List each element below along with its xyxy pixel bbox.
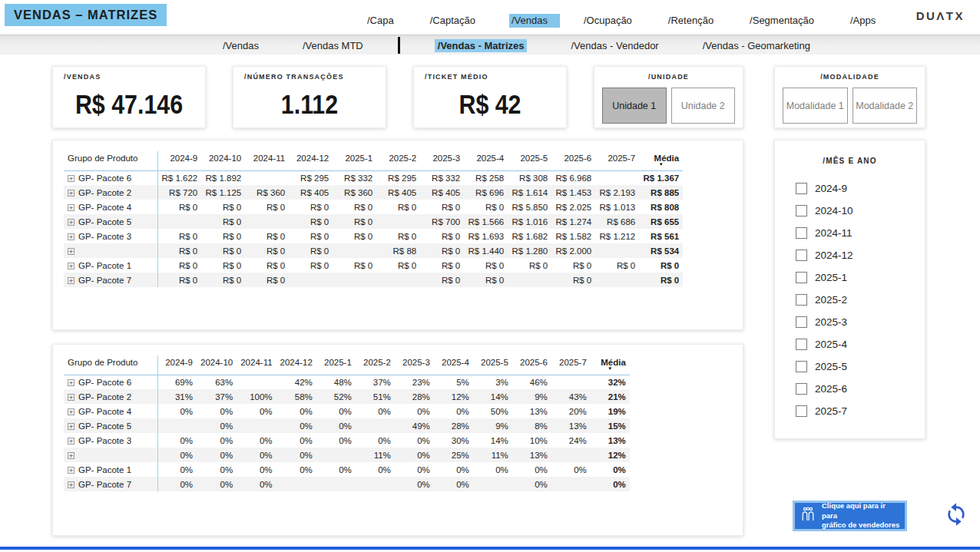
sub-nav-item-vendas-mtd[interactable]: /Vendas MTD <box>303 40 363 51</box>
value-cell[interactable] <box>245 170 289 185</box>
value-cell[interactable]: 52% <box>316 389 356 404</box>
month-filter-option-2024-10[interactable]: 2024-10 <box>775 200 925 222</box>
month-filter-option-2025-3[interactable]: 2025-3 <box>775 311 925 333</box>
value-cell[interactable]: 19% <box>591 404 630 418</box>
month-filter-option-2024-9[interactable]: 2024-9 <box>775 177 925 200</box>
expand-icon[interactable]: + <box>68 394 74 401</box>
value-cell[interactable]: R$ 1.693 <box>464 229 508 243</box>
value-cell[interactable]: 37% <box>197 389 237 404</box>
value-cell[interactable]: R$ 5.850 <box>508 200 551 214</box>
top-nav-item-ocupa-o[interactable]: /Ocupação <box>584 15 632 26</box>
value-cell[interactable]: 0% <box>395 433 434 448</box>
value-cell[interactable]: 0% <box>395 404 434 418</box>
value-cell[interactable]: 0% <box>237 477 276 491</box>
top-nav-item-vendas[interactable]: /Vendas <box>509 14 560 28</box>
value-cell[interactable]: 5% <box>434 375 473 389</box>
row-header-cell[interactable]: + <box>64 243 157 258</box>
value-cell[interactable]: 0% <box>395 477 434 491</box>
value-cell[interactable]: R$ 0 <box>289 214 333 229</box>
value-cell[interactable] <box>333 243 376 258</box>
value-cell[interactable]: 13% <box>591 433 630 448</box>
column-header-2024-12[interactable]: 2024-12 <box>276 355 316 375</box>
expand-icon[interactable]: + <box>68 408 74 415</box>
value-cell[interactable]: R$ 1.614 <box>508 185 551 200</box>
column-header-2025-5[interactable]: 2025-5 <box>508 151 551 170</box>
value-cell[interactable] <box>157 418 197 433</box>
value-cell[interactable]: R$ 1.453 <box>551 185 595 200</box>
value-cell[interactable]: 0% <box>395 462 434 477</box>
value-cell[interactable]: 0% <box>276 462 316 477</box>
unidade-1-button[interactable]: Unidade 1 <box>602 88 667 124</box>
value-cell[interactable]: R$ 1.682 <box>508 229 551 243</box>
value-cell[interactable]: R$ 405 <box>420 185 464 200</box>
value-cell[interactable] <box>316 448 356 462</box>
value-cell[interactable]: R$ 0 <box>201 243 245 258</box>
value-cell[interactable]: 0% <box>591 462 630 477</box>
sub-nav-item-vendas-matrizes[interactable]: /Vendas - Matrizes <box>435 39 528 52</box>
month-filter-option-2025-7[interactable]: 2025-7 <box>775 400 925 422</box>
value-cell[interactable]: R$ 295 <box>289 170 333 185</box>
value-cell[interactable]: 0% <box>356 404 395 418</box>
column-header-2024-10[interactable]: 2024-10 <box>197 355 237 375</box>
value-cell[interactable]: R$ 1.367 <box>639 170 683 185</box>
value-cell[interactable]: R$ 0 <box>420 229 464 243</box>
value-cell[interactable]: 0% <box>434 477 473 491</box>
value-cell[interactable]: 0% <box>197 477 237 491</box>
value-cell[interactable] <box>356 418 395 433</box>
sub-nav-item-vendas[interactable]: /Vendas <box>223 40 259 51</box>
column-header-2025-4[interactable]: 2025-4 <box>464 151 508 170</box>
expand-icon[interactable]: + <box>68 481 74 488</box>
value-cell[interactable]: R$ 1.013 <box>595 200 639 214</box>
value-cell[interactable]: R$ 1.274 <box>551 214 595 229</box>
value-cell[interactable]: 0% <box>157 433 197 448</box>
value-cell[interactable]: R$ 0 <box>201 229 245 243</box>
value-cell[interactable] <box>237 375 276 389</box>
value-cell[interactable]: 0% <box>356 433 395 448</box>
value-cell[interactable]: R$ 332 <box>420 170 464 185</box>
month-checkbox[interactable] <box>796 250 807 261</box>
column-header-m-dia[interactable]: Média▼ <box>591 355 630 375</box>
value-cell[interactable]: 3% <box>473 375 512 389</box>
value-cell[interactable]: R$ 700 <box>420 214 464 229</box>
value-cell[interactable]: 0% <box>316 462 356 477</box>
value-cell[interactable]: R$ 0 <box>333 200 376 214</box>
value-cell[interactable]: R$ 258 <box>464 170 508 185</box>
value-cell[interactable]: R$ 0 <box>245 229 289 243</box>
row-header-cell[interactable]: + <box>64 448 157 462</box>
row-header-cell[interactable]: +GP- Pacote 3 <box>64 433 157 448</box>
top-nav-item-capa[interactable]: /Capa <box>367 15 394 26</box>
value-cell[interactable] <box>551 375 591 389</box>
value-cell[interactable]: 0% <box>237 462 276 477</box>
value-cell[interactable]: 28% <box>395 389 434 404</box>
top-nav-item-capta-o[interactable]: /Captação <box>430 15 475 26</box>
value-cell[interactable]: 0% <box>197 462 237 477</box>
column-header-2025-6[interactable]: 2025-6 <box>512 355 551 375</box>
month-checkbox[interactable] <box>796 316 807 328</box>
top-nav-item-segmenta-o[interactable]: /Segmentação <box>750 15 814 26</box>
value-cell[interactable]: R$ 0 <box>333 258 376 273</box>
value-cell[interactable]: R$ 405 <box>376 185 420 200</box>
value-cell[interactable]: R$ 0 <box>420 200 464 214</box>
value-cell[interactable]: 42% <box>276 375 316 389</box>
value-cell[interactable]: 0% <box>237 404 276 418</box>
value-cell[interactable]: 43% <box>551 389 591 404</box>
value-cell[interactable]: 69% <box>157 375 197 389</box>
value-cell[interactable]: 0% <box>276 433 316 448</box>
value-cell[interactable]: R$ 88 <box>376 243 420 258</box>
column-header-2025-5[interactable]: 2025-5 <box>473 355 512 375</box>
value-cell[interactable]: 14% <box>473 433 512 448</box>
value-cell[interactable]: R$ 0 <box>289 243 333 258</box>
unidade-2-button[interactable]: Unidade 2 <box>671 88 736 124</box>
value-cell[interactable]: 0% <box>395 448 434 462</box>
value-cell[interactable]: R$ 1.582 <box>551 229 595 243</box>
value-cell[interactable]: R$ 0 <box>289 200 333 214</box>
value-cell[interactable]: R$ 0 <box>508 258 551 273</box>
value-cell[interactable]: R$ 534 <box>639 243 683 258</box>
value-cell[interactable]: 9% <box>473 418 512 433</box>
value-cell[interactable]: R$ 808 <box>639 200 683 214</box>
expand-icon[interactable]: + <box>68 248 74 255</box>
value-cell[interactable]: R$ 2.193 <box>595 185 639 200</box>
value-cell[interactable] <box>551 477 591 491</box>
month-checkbox[interactable] <box>796 339 807 350</box>
value-cell[interactable]: 0% <box>316 433 356 448</box>
